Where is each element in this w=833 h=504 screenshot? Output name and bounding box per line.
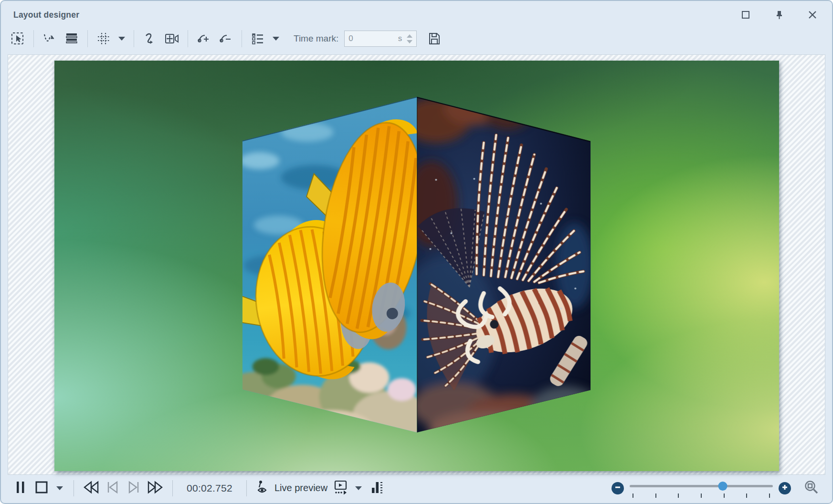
time-mark-spinner <box>406 33 413 44</box>
toolbar: Time mark: s <box>1 25 832 54</box>
zoom-cluster <box>612 479 820 497</box>
list-icon <box>251 32 265 46</box>
toolbar-separator <box>242 30 242 47</box>
zoom-tick <box>655 494 656 498</box>
zoom-tick <box>746 494 747 498</box>
playback-separator <box>246 480 247 496</box>
grid-icon <box>96 32 111 46</box>
fast-forward-button[interactable] <box>147 479 164 497</box>
dashed-curve-icon <box>42 32 57 46</box>
zoom-out-icon <box>614 484 621 493</box>
zoom-slider-ticks <box>633 494 770 498</box>
time-mark-label: Time mark: <box>294 33 338 44</box>
remove-curve-point-button[interactable] <box>217 30 235 48</box>
cube-left-face-butterflyfish <box>221 94 439 450</box>
rewind-icon <box>83 480 100 496</box>
rewind-button[interactable] <box>83 479 100 497</box>
playback-separator <box>172 480 173 496</box>
pause-icon <box>14 480 27 496</box>
live-preview-toggle[interactable]: Live preview <box>255 480 327 497</box>
zoom-tick <box>678 494 679 498</box>
pin-button[interactable] <box>774 10 784 20</box>
zoom-slider-track[interactable] <box>630 485 773 487</box>
motion-path-button[interactable] <box>41 30 59 48</box>
stop-button[interactable] <box>33 479 50 497</box>
object-list-button[interactable] <box>249 30 267 48</box>
zoom-tick <box>769 494 770 498</box>
stacked-bars-icon <box>64 32 79 46</box>
curve-plus-icon <box>197 32 211 46</box>
performance-stats-icon <box>369 480 384 496</box>
zoom-fit-button[interactable] <box>803 479 820 497</box>
live-preview-label: Live preview <box>274 483 327 494</box>
layout-designer-window: Layout designer <box>0 0 833 504</box>
close-button[interactable] <box>807 10 818 20</box>
time-mark-input[interactable] <box>348 34 398 43</box>
zoom-tick <box>724 494 725 498</box>
titlebar: Layout designer <box>1 1 832 25</box>
skip-to-start-button[interactable] <box>105 479 121 497</box>
move-box-camera-icon <box>164 32 179 46</box>
time-mark-group: Time mark: s <box>294 30 443 48</box>
zoom-tick <box>633 494 633 498</box>
floppy-disk-icon <box>427 32 442 46</box>
skip-to-end-icon <box>127 480 141 496</box>
grid-dropdown[interactable] <box>118 37 125 41</box>
cube-object[interactable] <box>54 61 779 471</box>
select-tool-button[interactable] <box>9 30 27 48</box>
pin-icon <box>774 10 784 20</box>
zoom-tick <box>701 494 702 498</box>
pause-button[interactable] <box>12 479 29 497</box>
toolbar-separator <box>33 30 34 47</box>
cube-right-face-lionfish <box>393 91 599 449</box>
add-curve-point-button[interactable] <box>195 30 213 48</box>
maximize-icon <box>741 10 750 19</box>
s-curve-arrow-icon <box>143 32 157 46</box>
playback-time-display: 00:02.752 <box>181 483 238 494</box>
save-layout-button[interactable] <box>425 30 443 48</box>
stop-icon <box>34 480 49 496</box>
camera-pan-button[interactable] <box>163 30 181 48</box>
curve-minus-icon <box>219 32 233 46</box>
skip-to-end-button[interactable] <box>126 479 142 497</box>
zoom-slider-thumb[interactable] <box>718 482 728 491</box>
playback-separator <box>74 480 74 496</box>
zoom-in-icon <box>781 484 788 493</box>
stage-preview[interactable] <box>54 61 779 471</box>
zoom-out-button[interactable] <box>612 482 624 494</box>
maximize-button[interactable] <box>740 10 751 20</box>
window-controls <box>740 10 818 20</box>
play-in-window-button[interactable] <box>332 479 348 497</box>
spinner-down-icon[interactable] <box>407 40 412 43</box>
playback-bar: 00:02.752 Live preview <box>1 475 832 503</box>
marquee-cursor-icon <box>11 32 25 46</box>
layout-canvas <box>8 54 825 475</box>
time-mark-unit: s <box>398 34 402 43</box>
object-list-dropdown[interactable] <box>273 37 279 41</box>
toolbar-separator <box>188 30 188 47</box>
grid-button[interactable] <box>95 30 113 48</box>
spinner-up-icon[interactable] <box>407 34 412 38</box>
toolbar-separator <box>134 30 134 47</box>
close-icon <box>808 10 817 19</box>
live-preview-eye-icon <box>255 480 270 497</box>
stop-options-dropdown[interactable] <box>56 486 63 490</box>
play-options-dropdown[interactable] <box>355 486 362 490</box>
window-title: Layout designer <box>13 10 79 20</box>
zoom-slider[interactable] <box>630 479 773 497</box>
play-in-window-icon <box>332 480 348 497</box>
smooth-curve-button[interactable] <box>141 30 159 48</box>
fast-forward-icon <box>147 480 164 496</box>
zoom-fit-magnifier-icon <box>804 480 819 497</box>
toolbar-separator <box>87 30 88 47</box>
zoom-in-button[interactable] <box>779 482 791 494</box>
skip-to-start-icon <box>105 480 120 496</box>
time-mark-box: s <box>344 31 417 47</box>
arrange-layers-button[interactable] <box>63 30 81 48</box>
performance-stats-button[interactable] <box>369 479 385 497</box>
